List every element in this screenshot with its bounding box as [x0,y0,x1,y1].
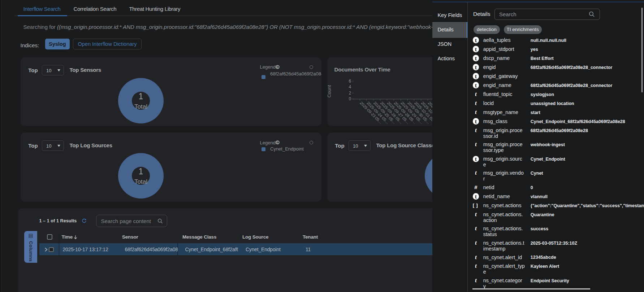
svg-text:Count: Count [327,85,332,97]
svg-text:6: 6 [349,79,351,84]
svg-text:0: 0 [349,96,351,101]
svg-text:4: 4 [349,84,351,90]
svg-text:2: 2 [349,90,351,95]
